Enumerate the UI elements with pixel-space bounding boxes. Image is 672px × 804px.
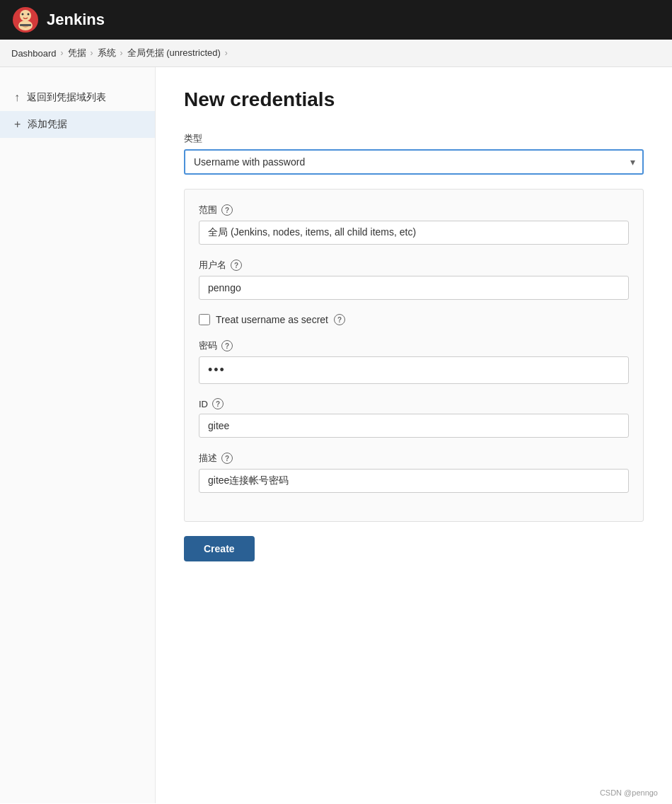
nested-fields: 范围 ? 用户名 ? Treat username as sec (184, 189, 644, 522)
id-label: ID ? (199, 398, 629, 409)
svg-point-3 (22, 13, 24, 16)
treat-username-checkbox[interactable] (199, 314, 210, 325)
password-help-icon[interactable]: ? (221, 340, 233, 351)
breadcrumb-sep-1: › (61, 48, 64, 58)
jenkins-logo-icon (11, 6, 40, 34)
credentials-form: 类型 Username with password Secret text SS… (184, 132, 644, 561)
breadcrumb-global[interactable]: 全局凭据 (unrestricted) (127, 47, 221, 59)
create-button[interactable]: Create (184, 536, 255, 561)
treat-username-row: Treat username as secret ? (199, 314, 629, 325)
username-input[interactable] (199, 276, 629, 300)
svg-point-4 (28, 13, 30, 16)
breadcrumb-sep-3: › (120, 48, 123, 58)
scope-help-icon[interactable]: ? (221, 204, 233, 216)
page-title: New credentials (184, 88, 644, 111)
password-label: 密码 ? (199, 339, 629, 352)
username-field: 用户名 ? (199, 259, 629, 300)
scope-field: 范围 ? (199, 204, 629, 245)
add-icon: + (14, 118, 21, 131)
scope-input[interactable] (199, 221, 629, 245)
password-field: 密码 ? (199, 339, 629, 384)
description-input[interactable] (199, 469, 629, 493)
description-help-icon[interactable]: ? (221, 453, 233, 464)
app-header: Jenkins (0, 0, 672, 40)
logo-area: Jenkins (11, 6, 105, 34)
type-field: 类型 Username with password Secret text SS… (184, 132, 644, 175)
breadcrumb-sep-4: › (225, 48, 228, 58)
type-select[interactable]: Username with password Secret text SSH U… (184, 149, 644, 175)
username-label: 用户名 ? (199, 259, 629, 272)
sidebar-item-add-label: 添加凭据 (28, 118, 67, 131)
description-label: 描述 ? (199, 452, 629, 465)
id-input[interactable] (199, 414, 629, 438)
footer-note: CSDN @penngo (600, 788, 658, 797)
breadcrumb-dashboard[interactable]: Dashboard (11, 48, 57, 59)
id-field: ID ? (199, 398, 629, 438)
password-input[interactable] (199, 356, 629, 384)
treat-username-label: Treat username as secret (216, 314, 328, 325)
breadcrumb-credentials[interactable]: 凭据 (68, 47, 86, 59)
breadcrumb: Dashboard › 凭据 › 系统 › 全局凭据 (unrestricted… (0, 40, 672, 67)
sidebar-item-back-label: 返回到凭据域列表 (27, 91, 106, 104)
svg-rect-5 (20, 24, 31, 26)
description-field: 描述 ? (199, 452, 629, 493)
sidebar-item-back[interactable]: ↑ 返回到凭据域列表 (0, 84, 155, 111)
type-label: 类型 (184, 132, 644, 145)
sidebar-item-add[interactable]: + 添加凭据 (0, 111, 155, 138)
svg-point-1 (20, 10, 31, 21)
id-help-icon[interactable]: ? (212, 398, 224, 409)
app-title: Jenkins (47, 11, 105, 29)
back-icon: ↑ (14, 91, 20, 104)
scope-label: 范围 ? (199, 204, 629, 216)
main-layout: ↑ 返回到凭据域列表 + 添加凭据 New credentials 类型 Use… (0, 67, 672, 803)
breadcrumb-system[interactable]: 系统 (98, 47, 116, 59)
breadcrumb-sep-2: › (91, 48, 93, 58)
type-select-wrapper: Username with password Secret text SSH U… (184, 149, 644, 175)
main-content: New credentials 类型 Username with passwor… (156, 67, 672, 803)
username-help-icon[interactable]: ? (231, 260, 242, 271)
treat-username-help-icon[interactable]: ? (334, 314, 345, 325)
sidebar: ↑ 返回到凭据域列表 + 添加凭据 (0, 67, 156, 803)
